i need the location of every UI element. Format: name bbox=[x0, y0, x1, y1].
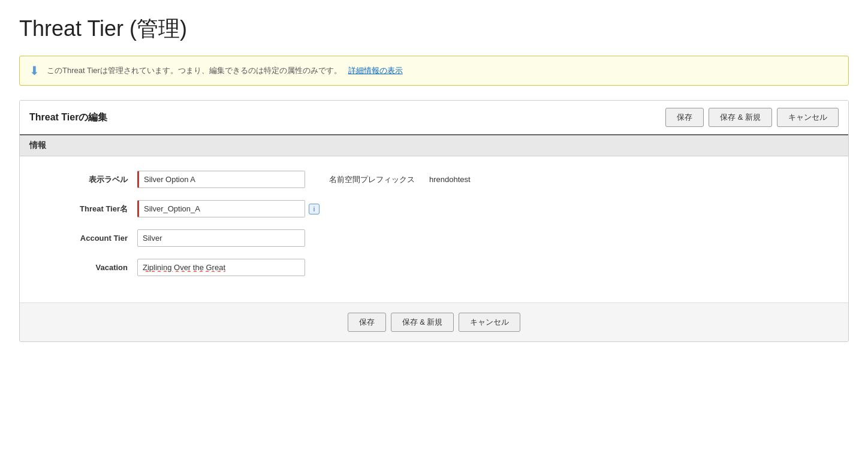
vacation-field-wrapper bbox=[137, 259, 305, 276]
banner-text: このThreat Tierは管理されています。つまり、編集できるのは特定の属性の… bbox=[47, 65, 403, 76]
info-download-icon: ⬇ bbox=[29, 63, 40, 78]
save-new-button-bottom[interactable]: 保存 & 新規 bbox=[391, 313, 454, 332]
header-buttons: 保存 保存 & 新規 キャンセル bbox=[665, 108, 839, 127]
form-footer: 保存 保存 & 新規 キャンセル bbox=[20, 302, 848, 341]
section-header: 情報 bbox=[20, 135, 848, 156]
save-new-button-top[interactable]: 保存 & 新規 bbox=[709, 108, 772, 127]
page-title: Threat Tier (管理) bbox=[19, 14, 849, 44]
form-title: Threat Tierの編集 bbox=[29, 111, 107, 124]
namespace-prefix-label: 名前空間プレフィックス bbox=[329, 174, 415, 185]
display-label-row: 表示ラベル 名前空間プレフィックス hrendohtest bbox=[20, 171, 848, 188]
vacation-row: Vacation bbox=[20, 259, 848, 276]
form-container: Threat Tierの編集 保存 保存 & 新規 キャンセル 情報 表示ラベル… bbox=[19, 100, 849, 342]
banner-link[interactable]: 詳細情報の表示 bbox=[348, 66, 403, 75]
cancel-button-bottom[interactable]: キャンセル bbox=[459, 313, 520, 332]
account-tier-field-wrapper bbox=[137, 229, 305, 247]
threat-tier-name-field-label: Threat Tier名 bbox=[29, 204, 137, 214]
namespace-row: 名前空間プレフィックス hrendohtest bbox=[305, 174, 839, 185]
display-label-field-wrapper bbox=[137, 171, 305, 188]
info-banner: ⬇ このThreat Tierは管理されています。つまり、編集できるのは特定の属… bbox=[19, 56, 849, 86]
save-button-top[interactable]: 保存 bbox=[665, 108, 704, 127]
info-icon[interactable]: i bbox=[309, 204, 320, 214]
save-button-bottom[interactable]: 保存 bbox=[348, 313, 386, 332]
threat-tier-name-input[interactable] bbox=[137, 200, 305, 217]
vacation-input[interactable] bbox=[137, 259, 305, 276]
namespace-prefix-value: hrendohtest bbox=[429, 175, 471, 184]
threat-tier-name-row: Threat Tier名 i bbox=[20, 200, 848, 217]
cancel-button-top[interactable]: キャンセル bbox=[777, 108, 839, 127]
account-tier-input[interactable] bbox=[137, 229, 305, 247]
display-label-field-label: 表示ラベル bbox=[29, 174, 137, 185]
account-tier-field-label: Account Tier bbox=[29, 234, 137, 243]
display-label-input[interactable] bbox=[137, 171, 305, 188]
form-header: Threat Tierの編集 保存 保存 & 新規 キャンセル bbox=[20, 101, 848, 135]
vacation-field-label: Vacation bbox=[29, 263, 137, 272]
threat-tier-name-field-wrapper: i bbox=[137, 200, 320, 217]
account-tier-row: Account Tier bbox=[20, 229, 848, 247]
form-body: 表示ラベル 名前空間プレフィックス hrendohtest Threat Tie… bbox=[20, 156, 848, 302]
